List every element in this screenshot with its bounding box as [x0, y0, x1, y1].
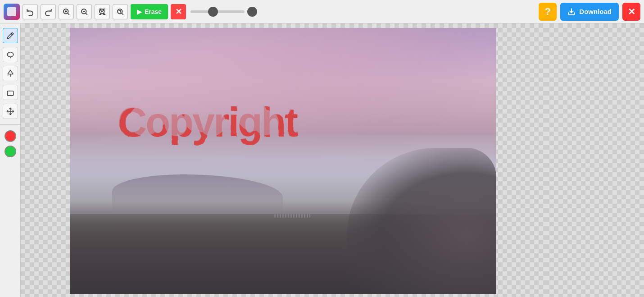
left-tools-panel: [0, 23, 21, 297]
image-canvas[interactable]: Copyright Copyright: [70, 28, 496, 294]
svg-point-11: [118, 9, 122, 14]
canvas-area[interactable]: Copyright Copyright: [21, 23, 545, 297]
erase-button[interactable]: ▶ Erase: [131, 4, 168, 19]
download-button[interactable]: Download: [560, 3, 619, 21]
help-button[interactable]: ?: [539, 3, 557, 21]
brush-tool-button[interactable]: [3, 28, 18, 43]
brush-size-slider[interactable]: [190, 10, 245, 13]
move-tool-button[interactable]: [3, 104, 18, 119]
download-label: Download: [579, 8, 612, 15]
close-top-button[interactable]: ✕: [622, 3, 640, 21]
zoom-reset-button[interactable]: [113, 4, 128, 19]
svg-line-12: [122, 13, 123, 14]
color-red[interactable]: [5, 130, 16, 142]
lasso-tool-button[interactable]: [3, 47, 18, 62]
copyright-overlay: Copyright Copyright: [109, 89, 415, 154]
magic-tool-button[interactable]: [3, 66, 18, 81]
svg-text:Copyright: Copyright: [118, 100, 298, 145]
svg-rect-18: [7, 91, 14, 96]
app-logo[interactable]: [4, 4, 20, 20]
svg-line-3: [68, 13, 69, 14]
zoom-fit-button[interactable]: [95, 4, 110, 19]
zoom-in-button[interactable]: [59, 4, 74, 19]
undo-button[interactable]: [23, 4, 38, 19]
cancel-label: ✕: [175, 7, 182, 17]
svg-marker-16: [8, 70, 13, 74]
close-top-label: ✕: [628, 6, 635, 17]
zoom-out-button[interactable]: [77, 4, 92, 19]
color-green[interactable]: [5, 146, 16, 157]
brush-preview: [247, 7, 257, 17]
cancel-button[interactable]: ✕: [171, 4, 186, 19]
copyright-svg: Copyright Copyright: [109, 89, 415, 152]
brush-size-container: [190, 7, 257, 17]
toolbar-right: ? Download ✕: [539, 3, 640, 21]
svg-point-14: [7, 52, 14, 57]
erase-label: Erase: [145, 8, 162, 15]
main-area: Copyright Copyright: [0, 23, 644, 297]
right-checkerboard-panel: [545, 23, 644, 297]
svg-line-6: [86, 13, 87, 14]
remnant-dots: [274, 214, 310, 218]
toolbar: ▶ Erase ✕ ? Download ✕: [0, 0, 644, 23]
eraser-tool-button[interactable]: [3, 85, 18, 100]
redo-button[interactable]: [41, 4, 56, 19]
help-label: ?: [545, 6, 551, 18]
